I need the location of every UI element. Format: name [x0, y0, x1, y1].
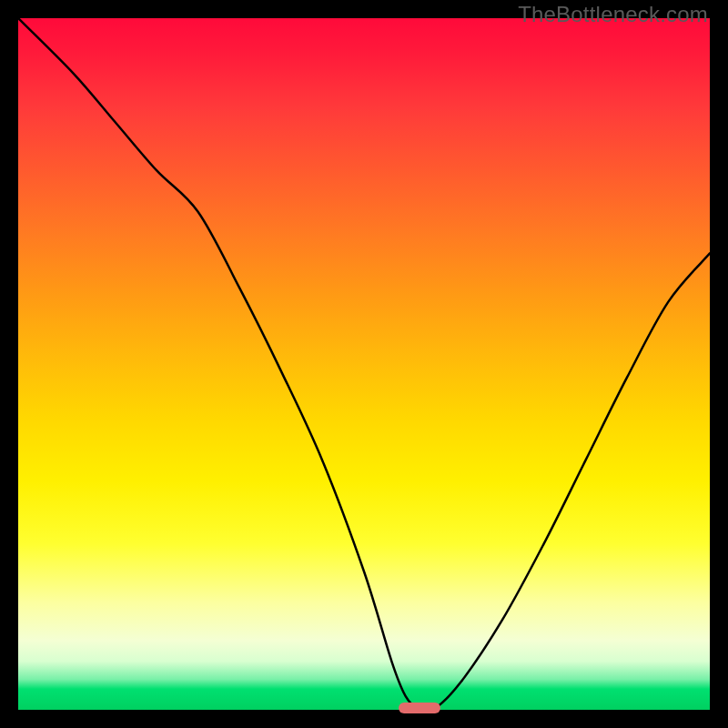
watermark-text: TheBottleneck.com — [518, 2, 708, 27]
chart-container: TheBottleneck.com — [0, 0, 728, 728]
optimal-marker — [399, 703, 440, 713]
plot-area — [18, 18, 710, 710]
bottleneck-curve — [18, 18, 710, 710]
